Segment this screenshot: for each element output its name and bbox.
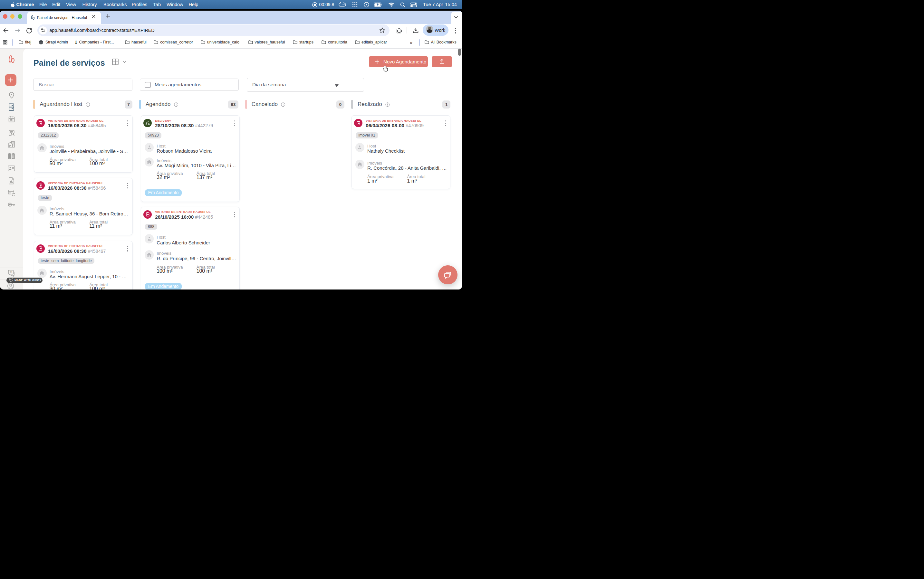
svg-text:?!: ?! xyxy=(10,270,12,274)
